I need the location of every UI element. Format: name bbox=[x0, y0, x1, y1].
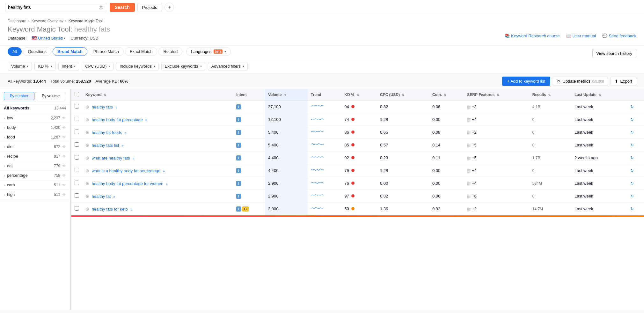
keyword-link[interactable]: healthy fats bbox=[92, 105, 113, 109]
sidebar-item[interactable]: › body 1,420 👁 bbox=[0, 123, 70, 132]
tab-exact-match[interactable]: Exact Match bbox=[125, 47, 157, 56]
eye-icon[interactable]: 👁 bbox=[62, 183, 66, 187]
refresh-row-icon[interactable]: ↻ bbox=[630, 194, 634, 198]
eye-icon[interactable]: 👁 bbox=[62, 125, 66, 130]
row-checkbox[interactable] bbox=[75, 142, 79, 147]
serp-cell: ▤ +4 bbox=[464, 164, 529, 177]
table-row: ⊕ healthy body fat percentage » I 12,100… bbox=[71, 113, 644, 126]
row-checkbox[interactable] bbox=[75, 193, 79, 198]
exclude-keywords-filter[interactable]: Exclude keywords ▾ bbox=[161, 62, 205, 71]
advanced-filters[interactable]: Advanced filters ▾ bbox=[208, 62, 248, 71]
eye-icon[interactable]: 👁 bbox=[62, 164, 66, 168]
intent-filter[interactable]: Intent ▾ bbox=[58, 62, 79, 71]
tab-phrase-match[interactable]: Phrase Match bbox=[89, 47, 124, 56]
eye-icon[interactable]: 👁 bbox=[62, 145, 66, 149]
sidebar-item[interactable]: › eat 779 👁 bbox=[0, 161, 70, 171]
keyword-link[interactable]: what are healthy fats bbox=[92, 156, 130, 160]
projects-button[interactable]: Projects bbox=[137, 3, 162, 12]
serp-cell: ▤ +2 bbox=[464, 203, 529, 215]
include-caret: ▾ bbox=[154, 64, 155, 68]
add-to-keyword-list-button[interactable]: + Add to keyword list bbox=[502, 77, 551, 86]
keyword-link[interactable]: healthy fat foods bbox=[92, 130, 122, 135]
expand-arrows-icon[interactable]: » bbox=[130, 207, 132, 211]
intent-cell: I bbox=[233, 113, 265, 126]
clear-button[interactable]: ✕ bbox=[99, 4, 103, 11]
eye-icon[interactable]: 👁 bbox=[62, 154, 66, 159]
expand-arrows-icon[interactable]: » bbox=[145, 118, 147, 122]
expand-arrows-icon[interactable]: » bbox=[132, 156, 134, 160]
keyword-link[interactable]: healthy body fat percentage bbox=[92, 117, 143, 122]
search-button[interactable]: Search bbox=[110, 3, 135, 12]
expand-arrows-icon[interactable]: » bbox=[113, 195, 115, 198]
include-keywords-filter[interactable]: Include keywords ▾ bbox=[116, 62, 158, 71]
refresh-row-icon[interactable]: ↻ bbox=[630, 130, 634, 135]
cpc-filter[interactable]: CPC (USD) ▾ bbox=[82, 62, 113, 71]
refresh-row-icon[interactable]: ↻ bbox=[630, 181, 634, 186]
update-metrics-button[interactable]: ↻ Update metrics 0/5,000 bbox=[553, 77, 608, 86]
sidebar-item[interactable]: › low 2,237 👁 bbox=[0, 113, 70, 123]
keyword-link[interactable]: healthy fats list bbox=[92, 143, 119, 148]
row-checkbox[interactable] bbox=[75, 168, 79, 172]
eye-icon[interactable]: 👁 bbox=[62, 192, 66, 197]
sidebar-item[interactable]: › carb 511 👁 bbox=[0, 180, 70, 190]
sidebar-keyword-label: high bbox=[7, 192, 54, 197]
tab-broad-match[interactable]: Broad Match bbox=[53, 47, 87, 56]
expand-arrows-icon[interactable]: » bbox=[121, 144, 123, 147]
user-manual-link[interactable]: 📖 User manual bbox=[566, 34, 596, 38]
breadcrumb-keyword-overview[interactable]: Keyword Overview bbox=[32, 19, 63, 23]
eye-icon[interactable]: 👁 bbox=[62, 173, 66, 178]
expand-arrows-icon[interactable]: » bbox=[115, 105, 117, 109]
add-circle-icon: ⊕ bbox=[85, 168, 89, 173]
refresh-row-icon[interactable]: ↻ bbox=[630, 104, 634, 109]
breadcrumb-dashboard[interactable]: Dashboard bbox=[8, 19, 26, 23]
select-all-checkbox[interactable] bbox=[75, 92, 79, 96]
results-col-header: Results ⇅ bbox=[529, 89, 571, 100]
serp-count: +5 bbox=[472, 143, 477, 147]
keyword-cell: ⊕ healthy fat foods » bbox=[82, 126, 233, 139]
sidebar-item[interactable]: › diet 872 👁 bbox=[0, 142, 70, 152]
refresh-row-icon[interactable]: ↻ bbox=[630, 155, 634, 160]
view-history-button[interactable]: View search history bbox=[592, 49, 636, 58]
eye-icon[interactable]: 👁 bbox=[62, 135, 66, 139]
keyword-research-course-link[interactable]: 📚 Keyword Research course bbox=[505, 34, 560, 38]
search-input[interactable] bbox=[8, 5, 99, 10]
eye-icon[interactable]: 👁 bbox=[62, 116, 66, 120]
languages-button[interactable]: Languages beta ▾ bbox=[186, 47, 231, 56]
refresh-row-icon[interactable]: ↻ bbox=[630, 143, 634, 147]
expand-arrows-icon[interactable]: » bbox=[166, 182, 168, 186]
refresh-row-icon[interactable]: ↻ bbox=[630, 206, 634, 211]
toggle-by-volume[interactable]: By volume bbox=[36, 92, 66, 100]
expand-arrows-icon[interactable]: » bbox=[163, 169, 165, 173]
toggle-by-number[interactable]: By number bbox=[4, 92, 34, 100]
serp-cell: ▤ +4 bbox=[464, 177, 529, 190]
add-circle-icon: ⊕ bbox=[85, 181, 89, 186]
volume-filter[interactable]: Volume ▾ bbox=[8, 62, 32, 71]
add-project-button[interactable]: + bbox=[165, 3, 174, 12]
sidebar-item[interactable]: › food 1,287 👁 bbox=[0, 132, 70, 142]
keyword-link[interactable]: what is a healthy body fat percentage bbox=[92, 168, 160, 173]
kd-filter[interactable]: KD % ▾ bbox=[34, 62, 55, 71]
export-button[interactable]: ⬆ Export bbox=[611, 77, 636, 86]
keyword-link[interactable]: healthy fat bbox=[92, 194, 111, 199]
row-checkbox[interactable] bbox=[75, 155, 79, 160]
trend-cell bbox=[308, 139, 341, 152]
row-checkbox[interactable] bbox=[75, 206, 79, 211]
expand-arrows-icon[interactable]: » bbox=[125, 131, 127, 135]
refresh-row-icon[interactable]: ↻ bbox=[630, 168, 634, 173]
keyword-link[interactable]: healthy fats for keto bbox=[92, 207, 128, 212]
row-checkbox[interactable] bbox=[75, 117, 79, 121]
keyword-link[interactable]: healthy body fat percentage for women bbox=[92, 181, 164, 186]
tab-all[interactable]: All bbox=[8, 47, 22, 56]
row-checkbox[interactable] bbox=[75, 130, 79, 134]
sidebar-item[interactable]: › percentage 758 👁 bbox=[0, 171, 70, 180]
row-checkbox[interactable] bbox=[75, 104, 79, 108]
tab-questions[interactable]: Questions bbox=[23, 47, 51, 56]
refresh-row-icon[interactable]: ↻ bbox=[630, 117, 634, 122]
database-link[interactable]: 🇺🇸 United States ▾ bbox=[32, 35, 65, 41]
sidebar-item[interactable]: › recipe 817 👁 bbox=[0, 152, 70, 161]
send-feedback-link[interactable]: 💬 Send feedback bbox=[602, 34, 636, 38]
sidebar-item[interactable]: › high 511 👁 bbox=[0, 190, 70, 199]
row-checkbox[interactable] bbox=[75, 181, 79, 185]
stats-actions: + Add to keyword list ↻ Update metrics 0… bbox=[502, 77, 636, 86]
tab-related[interactable]: Related bbox=[158, 47, 182, 56]
